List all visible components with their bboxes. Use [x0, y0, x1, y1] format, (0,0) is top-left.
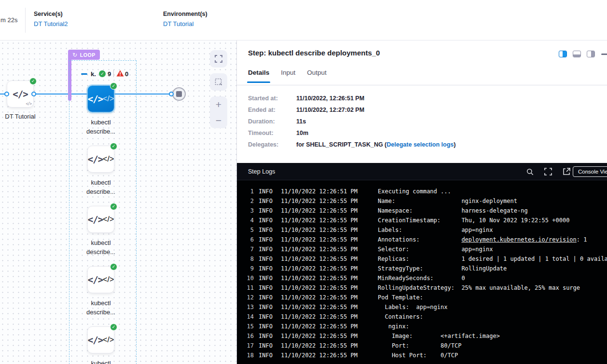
log-timestamp: 11/10/2022 12:26:55 PM	[281, 206, 358, 216]
tab-input[interactable]: Input	[281, 69, 295, 83]
log-message: Executing command ...	[378, 187, 451, 196]
layout-split-right-icon[interactable]	[559, 51, 567, 57]
zoom-in-button[interactable]: +	[216, 99, 221, 109]
log-timestamp: 11/10/2022 12:26:55 PM	[281, 254, 358, 264]
search-icon[interactable]	[526, 168, 534, 175]
step-logs-header: Step Logs Console View	[237, 163, 607, 180]
log-line: 16INFO11/10/2022 12:26:55 PM Image: <+ar…	[237, 331, 607, 341]
step-node-label: kubectldescribe...	[67, 359, 135, 364]
log-line-number: 15	[237, 322, 254, 331]
log-timestamp: 11/10/2022 12:26:55 PM	[281, 312, 358, 322]
open-in-new-icon[interactable]	[563, 168, 570, 175]
step-node-kubectl-describe[interactable]: </></>✓	[87, 85, 114, 112]
step-logs-console[interactable]: 1INFO11/10/2022 12:26:51 PMExecuting com…	[237, 180, 607, 364]
divider	[113, 70, 114, 77]
environment-link[interactable]: DT Tutorial	[163, 20, 193, 27]
log-message: CreationTimestamp: Thu, 10 Nov 2022 19:2…	[378, 216, 569, 225]
step-node-kubectl-describe[interactable]: </></>✓	[87, 326, 114, 353]
delegate-selection-logs-link[interactable]: Delegate selection logs	[386, 141, 454, 148]
log-message: Selector: app=nginx	[378, 244, 493, 254]
log-level: INFO	[259, 293, 273, 302]
zoom-out-button[interactable]: −	[216, 115, 221, 125]
log-line: 10INFO11/10/2022 12:26:55 PMMinReadySeco…	[237, 273, 607, 283]
warning-triangle-icon	[116, 70, 124, 79]
log-line: 18INFO11/10/2022 12:26:55 PM Host Port: …	[237, 351, 607, 360]
log-level: INFO	[259, 302, 273, 312]
log-message: Namespace: harness-delegate-ng	[378, 206, 528, 216]
log-line: 8INFO11/10/2022 12:26:55 PMReplicas: 1 d…	[237, 254, 607, 264]
shell-script-mini-icon: </>	[103, 215, 114, 224]
log-timestamp: 11/10/2022 12:26:55 PM	[281, 196, 358, 206]
step-node-label: DT Tutorial	[0, 112, 54, 121]
log-line: 15INFO11/10/2022 12:26:55 PM nginx:	[237, 322, 607, 331]
divider	[237, 85, 607, 85]
shell-script-mini-icon: </>	[103, 155, 114, 163]
log-message: Annotations: deployment.kubernetes.io/re…	[378, 235, 587, 244]
detail-value: 10m	[296, 130, 308, 137]
log-line-number: 14	[237, 312, 254, 322]
fail-count: 0	[125, 70, 128, 78]
success-badge-icon: ✓	[29, 78, 37, 85]
log-level: INFO	[259, 187, 273, 196]
elapsed-time: m 22s	[0, 16, 17, 24]
tabs: DetailsInputOutput	[248, 69, 327, 83]
log-line: 2INFO11/10/2022 12:26:55 PMName: nginx-d…	[237, 196, 607, 206]
step-node-label: kubectldescribe...	[67, 178, 135, 196]
step-node-kubectl-describe[interactable]: </></>✓	[87, 206, 114, 233]
tab-details[interactable]: Details	[248, 69, 269, 83]
step-node-kubectl-describe[interactable]: </></>✓	[87, 146, 114, 173]
shell-script-icon: </>	[88, 94, 103, 104]
log-message: Labels: app=nginx	[378, 302, 448, 312]
log-level: INFO	[259, 322, 273, 331]
shell-script-icon: </>	[88, 335, 103, 345]
log-message: Pod Template:	[378, 293, 423, 302]
step-node-label: kubectldescribe...	[67, 118, 135, 136]
step-node-kubectl-describe[interactable]: </></>✓	[87, 266, 114, 293]
shell-script-mini-icon: </>	[26, 102, 31, 106]
fit-to-screen-button[interactable]	[210, 50, 227, 67]
log-line: 1INFO11/10/2022 12:26:51 PMExecuting com…	[237, 187, 607, 196]
log-level: INFO	[259, 283, 273, 293]
log-line: 17INFO11/10/2022 12:26:55 PM Port: 80/TC…	[237, 341, 607, 351]
log-timestamp: 11/10/2022 12:26:55 PM	[281, 351, 358, 360]
log-timestamp: 11/10/2022 12:26:55 PM	[281, 225, 358, 235]
minimize-panel-icon[interactable]	[601, 54, 607, 55]
detail-label: Started at:	[248, 95, 296, 102]
detail-label: Ended at:	[248, 107, 296, 114]
layout-bottom-panel-icon[interactable]	[573, 51, 581, 57]
step-node-dt-tutorial[interactable]: </> </> ✓	[7, 81, 34, 108]
log-timestamp: 11/10/2022 12:26:55 PM	[281, 264, 358, 273]
log-timestamp: 11/10/2022 12:26:55 PM	[281, 216, 358, 225]
log-level: INFO	[259, 254, 273, 264]
log-timestamp: 11/10/2022 12:26:55 PM	[281, 244, 358, 254]
node-port	[31, 92, 36, 96]
service-link[interactable]: DT Tutorial2	[34, 20, 68, 27]
log-message: Replicas: 1 desired | 1 updated | 1 tota…	[378, 254, 607, 264]
log-line-number: 9	[237, 264, 254, 273]
detail-row: Ended at:11/10/2022, 12:27:02 PM	[248, 107, 455, 114]
fullscreen-icon[interactable]	[544, 168, 552, 175]
console-view-button[interactable]: Console View	[573, 166, 607, 177]
log-line-number: 7	[237, 244, 254, 254]
log-timestamp: 11/10/2022 12:26:55 PM	[281, 322, 358, 331]
log-level: INFO	[259, 206, 273, 216]
log-message: Host Port: 0/TCP	[378, 351, 458, 360]
log-timestamp: 11/10/2022 12:26:55 PM	[281, 283, 358, 293]
log-annotation-link[interactable]: deployment.kubernetes.io/revision	[461, 236, 576, 243]
zoom-controls: + −	[210, 96, 227, 128]
loop-badge: ↻ LOOP	[69, 50, 100, 60]
log-message: RollingUpdateStrategy: 25% max unavailab…	[378, 283, 580, 293]
log-message: nginx:	[378, 322, 409, 331]
success-badge-icon: ✓	[110, 324, 117, 331]
stop-node[interactable]	[172, 87, 186, 101]
log-line: 6INFO11/10/2022 12:26:55 PMAnnotations: …	[237, 235, 607, 244]
log-line-number: 12	[237, 293, 254, 302]
detail-label: Delegates:	[248, 141, 296, 148]
pipeline-canvas[interactable]: ↻ LOOP k. ✓ 9 0 </> </> ✓ DT Tutorial </…	[0, 40, 237, 364]
log-line-number: 8	[237, 254, 254, 264]
tab-output[interactable]: Output	[307, 69, 327, 83]
marquee-select-button[interactable]	[210, 73, 227, 91]
detail-value: for SHELL_SCRIPT_TASK_NG (Delegate selec…	[296, 141, 455, 148]
collapse-group-icon[interactable]	[81, 73, 87, 75]
layout-right-panel-icon[interactable]	[587, 51, 595, 57]
